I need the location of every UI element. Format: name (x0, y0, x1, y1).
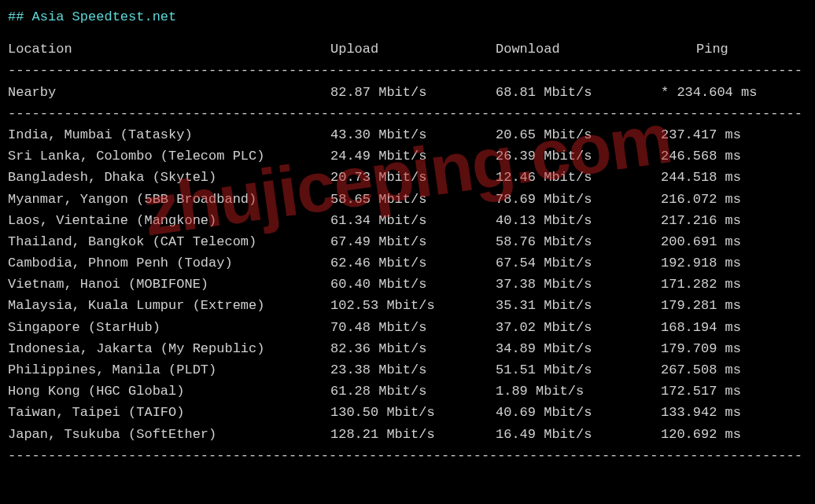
cell-upload: 128.21 Mbit/s (330, 424, 496, 445)
header-location: Location (8, 39, 330, 60)
cell-download: 40.69 Mbit/s (496, 402, 661, 423)
cell-location: Indonesia, Jakarta (My Republic) (8, 338, 330, 359)
cell-location: Sri Lanka, Colombo (Telecom PLC) (8, 145, 330, 167)
separator-line: ----------------------------------------… (8, 60, 807, 81)
cell-ping: 133.942 ms (661, 402, 741, 423)
cell-download: 34.89 Mbit/s (496, 338, 661, 359)
cell-upload: 58.65 Mbit/s (330, 189, 496, 210)
page-title: ## Asia Speedtest.net (8, 6, 807, 28)
cell-ping: 200.691 ms (661, 231, 741, 252)
cell-location: Cambodia, Phnom Penh (Today) (8, 252, 330, 274)
cell-upload: 61.34 Mbit/s (330, 210, 496, 231)
cell-location: Thailand, Bangkok (CAT Telecom) (8, 231, 330, 252)
cell-ping: 172.517 ms (661, 381, 741, 402)
table-row: Philippines, Manila (PLDT)23.38 Mbit/s51… (8, 359, 807, 381)
cell-download: 26.39 Mbit/s (496, 145, 661, 167)
cell-location: Myanmar, Yangon (5BB Broadband) (8, 189, 330, 210)
cell-upload: 62.46 Mbit/s (330, 252, 496, 274)
cell-upload: 67.49 Mbit/s (330, 231, 496, 252)
table-row: Bangladesh, Dhaka (Skytel)20.73 Mbit/s12… (8, 167, 807, 188)
cell-location: Malaysia, Kuala Lumpur (Extreme) (8, 295, 330, 316)
cell-download: 16.49 Mbit/s (496, 424, 661, 445)
cell-download: 51.51 Mbit/s (496, 359, 661, 381)
cell-location: Singapore (StarHub) (8, 317, 330, 338)
table-row: Myanmar, Yangon (5BB Broadband)58.65 Mbi… (8, 189, 807, 210)
cell-upload: 61.28 Mbit/s (330, 381, 496, 402)
cell-upload: 70.48 Mbit/s (330, 317, 496, 338)
table-row: Thailand, Bangkok (CAT Telecom)67.49 Mbi… (8, 231, 807, 252)
separator-line: ----------------------------------------… (8, 103, 807, 124)
table-row: Cambodia, Phnom Penh (Today)62.46 Mbit/s… (8, 252, 807, 274)
cell-location: Japan, Tsukuba (SoftEther) (8, 424, 330, 445)
table-row: Indonesia, Jakarta (My Republic)82.36 Mb… (8, 338, 807, 359)
cell-location: India, Mumbai (Tatasky) (8, 124, 330, 145)
cell-location: Bangladesh, Dhaka (Skytel) (8, 167, 330, 188)
cell-upload: 23.38 Mbit/s (330, 359, 496, 381)
cell-download: 37.02 Mbit/s (496, 317, 661, 338)
nearby-upload: 82.87 Mbit/s (330, 82, 496, 103)
table-row: Japan, Tsukuba (SoftEther)128.21 Mbit/s1… (8, 424, 807, 445)
table-row: Hong Kong (HGC Global)61.28 Mbit/s1.89 M… (8, 381, 807, 402)
table-row: Malaysia, Kuala Lumpur (Extreme)102.53 M… (8, 295, 807, 316)
cell-upload: 20.73 Mbit/s (330, 167, 496, 188)
cell-upload: 102.53 Mbit/s (330, 295, 496, 316)
cell-ping: 216.072 ms (661, 189, 741, 210)
cell-ping: 120.692 ms (661, 424, 741, 445)
cell-upload: 82.36 Mbit/s (330, 338, 496, 359)
cell-download: 20.65 Mbit/s (496, 124, 661, 145)
cell-download: 67.54 Mbit/s (496, 252, 661, 274)
table-row: Singapore (StarHub)70.48 Mbit/s37.02 Mbi… (8, 317, 807, 338)
cell-ping: 171.282 ms (661, 274, 741, 295)
cell-download: 37.38 Mbit/s (496, 274, 661, 295)
cell-upload: 60.40 Mbit/s (330, 274, 496, 295)
cell-location: Laos, Vientaine (Mangkone) (8, 210, 330, 231)
table-row: Vietnam, Hanoi (MOBIFONE)60.40 Mbit/s37.… (8, 274, 807, 295)
cell-upload: 43.30 Mbit/s (330, 124, 496, 145)
nearby-download: 68.81 Mbit/s (496, 82, 661, 103)
cell-download: 1.89 Mbit/s (496, 381, 661, 402)
cell-location: Hong Kong (HGC Global) (8, 381, 330, 402)
cell-download: 12.46 Mbit/s (496, 167, 661, 188)
cell-download: 58.76 Mbit/s (496, 231, 661, 252)
cell-ping: 179.709 ms (661, 338, 741, 359)
cell-location: Taiwan, Taipei (TAIFO) (8, 402, 330, 423)
table-row: Laos, Vientaine (Mangkone)61.34 Mbit/s40… (8, 210, 807, 231)
nearby-row: Nearby 82.87 Mbit/s 68.81 Mbit/s * 234.6… (8, 82, 807, 103)
cell-download: 40.13 Mbit/s (496, 210, 661, 231)
nearby-ping: * 234.604 ms (661, 82, 757, 103)
cell-location: Philippines, Manila (PLDT) (8, 359, 330, 381)
table-row: Sri Lanka, Colombo (Telecom PLC)24.49 Mb… (8, 145, 807, 167)
cell-download: 35.31 Mbit/s (496, 295, 661, 316)
table-row: Taiwan, Taipei (TAIFO)130.50 Mbit/s40.69… (8, 402, 807, 423)
cell-upload: 130.50 Mbit/s (330, 402, 496, 423)
title-text: Asia Speedtest.net (32, 9, 177, 24)
header-row: Location Upload Download Ping (8, 39, 807, 60)
cell-ping: 192.918 ms (661, 252, 741, 274)
cell-ping: 246.568 ms (661, 145, 741, 167)
cell-ping: 179.281 ms (661, 295, 741, 316)
separator-line: ----------------------------------------… (8, 445, 807, 466)
cell-ping: 267.508 ms (661, 359, 741, 381)
header-ping: Ping (661, 39, 728, 60)
cell-download: 78.69 Mbit/s (496, 189, 661, 210)
header-upload: Upload (330, 39, 496, 60)
cell-ping: 244.518 ms (661, 167, 741, 188)
cell-upload: 24.49 Mbit/s (330, 145, 496, 167)
table-row: India, Mumbai (Tatasky)43.30 Mbit/s20.65… (8, 124, 807, 145)
title-prefix: ## (8, 9, 24, 24)
cell-ping: 237.417 ms (661, 124, 741, 145)
cell-ping: 168.194 ms (661, 317, 741, 338)
nearby-location: Nearby (8, 82, 330, 103)
header-download: Download (496, 39, 661, 60)
cell-ping: 217.216 ms (661, 210, 741, 231)
cell-location: Vietnam, Hanoi (MOBIFONE) (8, 274, 330, 295)
